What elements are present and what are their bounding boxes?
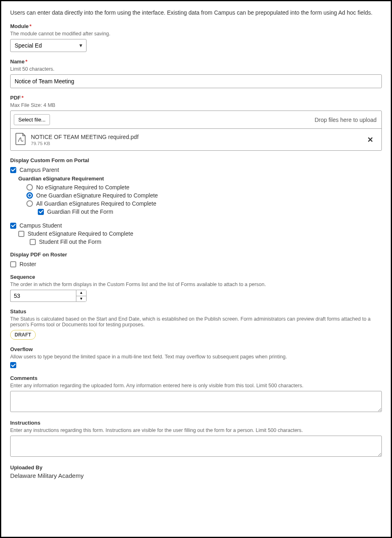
comments-textarea[interactable]	[10, 391, 382, 412]
file-entry: NOTICE OF TEAM MEETING required.pdf 79.7…	[11, 129, 381, 150]
pdf-field: PDF* Max File Size: 4 MB Select file... …	[10, 95, 382, 151]
roster-section: Display PDF on Roster Roster	[10, 252, 382, 267]
name-field: Name* Limit 50 characters.	[10, 59, 382, 88]
uploaded-by-value: Delaware Military Academy	[10, 472, 382, 479]
student-esig-label: Student eSignature Required to Complete	[28, 230, 133, 237]
module-hint: The module cannot be modified after savi…	[10, 31, 382, 37]
sequence-up-button[interactable]: ▲	[76, 290, 86, 296]
module-select[interactable]: Special Ed	[10, 39, 87, 52]
status-field: Status The Status is calculated based on…	[10, 308, 382, 340]
uploaded-by-field: Uploaded By Delaware Military Academy	[10, 464, 382, 479]
drop-files-hint: Drop files here to upload	[314, 117, 377, 123]
campus-student-label: Campus Student	[19, 222, 62, 229]
roster-option-label: Roster	[19, 261, 36, 267]
instructions-label: Instructions	[10, 420, 382, 426]
campus-parent-label: Campus Parent	[19, 167, 59, 173]
required-marker: *	[25, 59, 27, 65]
pdf-hint: Max File Size: 4 MB	[10, 102, 382, 108]
guardian-fill-label: Guardian Fill out the Form	[47, 208, 113, 215]
student-esig-checkbox[interactable]	[18, 231, 24, 237]
guardian-fill-checkbox[interactable]	[38, 209, 44, 215]
status-badge: DRAFT	[10, 330, 36, 340]
radio-all-esig-label: All Guardian eSignatures Required to Com…	[36, 200, 156, 207]
guardian-req-heading: Guardian eSignature Requirement	[18, 176, 382, 182]
sequence-down-button[interactable]: ▼	[76, 296, 86, 302]
sequence-hint: The order in which the form displays in …	[10, 282, 382, 287]
instructions-field: Instructions Enter any instructions rega…	[10, 420, 382, 458]
module-field: Module* The module cannot be modified af…	[10, 23, 382, 52]
form-frame: Users can enter data directly into the f…	[0, 0, 392, 538]
campus-parent-checkbox[interactable]	[10, 167, 16, 173]
status-hint: The Status is calculated based on the St…	[10, 316, 382, 328]
student-fill-checkbox[interactable]	[30, 239, 36, 245]
remove-file-button[interactable]: ✕	[364, 134, 377, 146]
sequence-field: Sequence The order in which the form dis…	[10, 274, 382, 302]
student-fill-label: Student Fill out the Form	[39, 239, 101, 245]
overflow-label: Overflow	[10, 346, 382, 352]
radio-all-esig[interactable]	[26, 200, 33, 207]
sequence-input[interactable]	[10, 290, 76, 302]
comments-hint: Enter any information regarding the uplo…	[10, 383, 382, 388]
sequence-label: Sequence	[10, 274, 382, 280]
radio-no-esig-label: No eSignature Required to Complete	[36, 184, 130, 191]
required-marker: *	[30, 23, 32, 29]
campus-student-checkbox[interactable]	[10, 223, 16, 229]
name-hint: Limit 50 characters.	[10, 66, 382, 72]
pdf-label: PDF*	[10, 95, 382, 101]
select-file-button[interactable]: Select file...	[14, 114, 50, 125]
roster-checkbox[interactable]	[10, 261, 16, 267]
portal-section: Display Custom Form on Portal Campus Par…	[10, 157, 382, 245]
overflow-hint: Allow users to type beyond the limited s…	[10, 354, 382, 360]
intro-text: Users can enter data directly into the f…	[10, 9, 382, 16]
portal-label: Display Custom Form on Portal	[10, 157, 382, 163]
name-input[interactable]	[10, 74, 382, 88]
radio-no-esig[interactable]	[26, 184, 33, 191]
file-name: NOTICE OF TEAM MEETING required.pdf	[31, 134, 359, 140]
roster-label: Display PDF on Roster	[10, 252, 382, 258]
uploaded-by-label: Uploaded By	[10, 464, 382, 471]
file-upload-box: Select file... Drop files here to upload…	[10, 111, 382, 151]
module-label: Module*	[10, 23, 382, 29]
overflow-checkbox[interactable]	[10, 362, 16, 368]
file-size: 79.75 KB	[31, 141, 359, 146]
instructions-textarea[interactable]	[10, 436, 382, 457]
radio-one-esig[interactable]	[26, 192, 33, 199]
pdf-file-icon	[15, 133, 26, 146]
comments-label: Comments	[10, 375, 382, 381]
radio-one-esig-label: One Guardian eSignature Required to Comp…	[36, 192, 158, 199]
required-marker: *	[22, 95, 24, 101]
overflow-field: Overflow Allow users to type beyond the …	[10, 346, 382, 369]
instructions-hint: Enter any instructions regarding this fo…	[10, 427, 382, 433]
comments-field: Comments Enter any information regarding…	[10, 375, 382, 413]
name-label: Name*	[10, 59, 382, 65]
status-label: Status	[10, 308, 382, 315]
